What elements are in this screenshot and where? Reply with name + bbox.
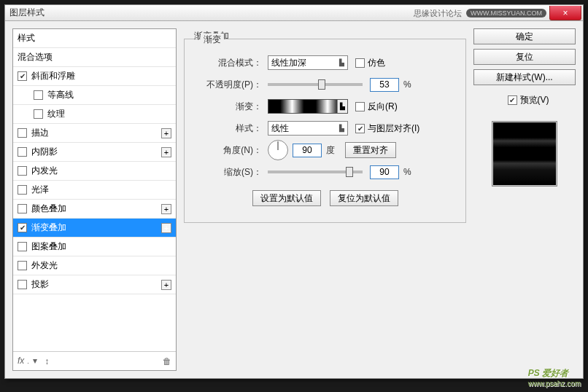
blending-options-label: 混合选项 (18, 51, 53, 63)
checkbox-preview[interactable] (508, 95, 517, 105)
preview-row: 预览(V) (473, 94, 576, 106)
titlebar: 图层样式 思缘设计论坛 WWW.MISSYUAN.COM × (5, 5, 583, 21)
style-row-innerglow[interactable]: 内发光 (13, 162, 176, 181)
close-button[interactable]: × (549, 6, 581, 20)
label-outerglow: 外发光 (31, 259, 58, 272)
label-innerglow: 内发光 (31, 165, 58, 177)
dialog-body: 样式 混合选项 斜面和浮雕 等高线 纹理 描边+ 内阴影+ 内发光 光泽 颜色叠… (5, 21, 583, 378)
checkbox-outerglow[interactable] (18, 261, 27, 270)
style-row-stroke[interactable]: 描边+ (13, 124, 176, 143)
label-dither: 仿色 (368, 57, 385, 69)
add-dropshadow-icon[interactable]: + (161, 280, 171, 290)
reset-align-button[interactable]: 重置对齐 (345, 142, 396, 158)
add-stroke-icon[interactable]: + (161, 128, 171, 138)
add-coloroverlay-icon[interactable]: + (161, 204, 171, 214)
label-texture: 纹理 (47, 108, 65, 120)
label-angle: 角度(N)： (196, 144, 262, 157)
checkbox-dropshadow[interactable] (18, 280, 27, 289)
select-blendmode-value: 线性加深 (271, 57, 306, 69)
input-scale[interactable]: 90 (370, 165, 399, 179)
reset-default-button[interactable]: 复位为默认值 (330, 190, 398, 206)
label-stroke: 描边 (31, 127, 49, 139)
input-angle[interactable]: 90 (293, 144, 322, 157)
checkbox-bevel[interactable] (18, 71, 27, 81)
label-satin: 光泽 (31, 184, 49, 196)
forum-label: 思缘设计论坛 (414, 8, 462, 19)
label-patternoverlay: 图案叠加 (31, 240, 66, 253)
checkbox-patternoverlay[interactable] (18, 242, 27, 251)
ok-button[interactable]: 确定 (473, 28, 576, 44)
select-style-value: 线性 (271, 122, 289, 135)
row-opacity: 不透明度(P)： 53 % (196, 74, 454, 95)
row-gradient: 渐变： ▙ 反向(R) (196, 95, 454, 117)
reorder-icon[interactable]: ↕ (45, 356, 49, 366)
angle-dial[interactable] (268, 140, 288, 160)
new-style-button[interactable]: 新建样式(W)... (473, 69, 576, 85)
input-opacity[interactable]: 53 (370, 78, 399, 92)
slider-opacity[interactable] (268, 83, 363, 86)
style-row-bevel[interactable]: 斜面和浮雕 (13, 67, 176, 86)
action-panel: 确定 复位 新建样式(W)... 预览(V) (473, 28, 576, 371)
row-blendmode: 混合模式： 线性加深▙ 仿色 (196, 52, 454, 74)
fieldset-legend: 渐变 (201, 34, 224, 46)
unit-opacity: % (403, 79, 411, 90)
form: 混合模式： 线性加深▙ 仿色 不透明度(P)： 53 % 渐变： ▙ (196, 52, 454, 206)
label-gradient: 渐变： (196, 101, 262, 113)
checkbox-align[interactable] (355, 124, 365, 133)
add-innershadow-icon[interactable]: + (161, 147, 171, 157)
set-default-button[interactable]: 设置为默认值 (252, 190, 321, 206)
label-opacity: 不透明度(P)： (196, 79, 262, 91)
style-row-texture[interactable]: 纹理 (13, 105, 176, 124)
checkbox-innershadow[interactable] (18, 147, 27, 157)
checkbox-satin[interactable] (18, 185, 27, 195)
checkbox-coloroverlay[interactable] (18, 204, 27, 213)
gradient-dropdown-icon[interactable]: ▙ (337, 100, 347, 113)
fx-icon[interactable]: fx﹒▾ (18, 355, 37, 367)
checkbox-texture[interactable] (34, 109, 43, 119)
style-row-satin[interactable]: 光泽 (13, 181, 176, 200)
style-row-innershadow[interactable]: 内阴影+ (13, 143, 176, 162)
label-innershadow: 内阴影 (31, 146, 58, 158)
style-row-gradientoverlay[interactable]: 渐变叠加+ (13, 219, 176, 238)
style-row-contour[interactable]: 等高线 (13, 86, 176, 105)
settings-panel: 渐变叠加 渐变 混合模式： 线性加深▙ 仿色 不透明度(P)： 53 % (184, 28, 466, 371)
row-angle: 角度(N)： 90 度 重置对齐 (196, 139, 454, 161)
trash-icon[interactable]: 🗑 (163, 356, 171, 366)
blending-options-row[interactable]: 混合选项 (13, 48, 176, 67)
angle-needle (278, 141, 279, 150)
styles-panel: 样式 混合选项 斜面和浮雕 等高线 纹理 描边+ 内阴影+ 内发光 光泽 颜色叠… (12, 28, 177, 371)
label-scale: 缩放(S)： (196, 166, 262, 179)
titlebar-right: 思缘设计论坛 WWW.MISSYUAN.COM × (414, 5, 583, 21)
default-buttons-row: 设置为默认值 复位为默认值 (196, 190, 454, 206)
styles-header[interactable]: 样式 (13, 29, 176, 48)
style-row-patternoverlay[interactable]: 图案叠加 (13, 238, 176, 256)
style-row-dropshadow[interactable]: 投影+ (13, 275, 176, 294)
watermark-text: PS 爱好者 (528, 368, 568, 378)
checkbox-dither[interactable] (355, 58, 365, 68)
watermark: PS 爱好者 www.psahz.com (528, 363, 581, 388)
slider-thumb-opacity[interactable] (318, 79, 325, 90)
add-gradientoverlay-icon[interactable]: + (161, 223, 171, 233)
watermark-url: www.psahz.com (528, 380, 581, 388)
label-coloroverlay: 颜色叠加 (31, 203, 66, 215)
checkbox-reverse[interactable] (355, 102, 365, 111)
checkbox-innerglow[interactable] (18, 166, 27, 176)
checkbox-gradientoverlay[interactable] (18, 223, 27, 232)
checkbox-contour[interactable] (34, 90, 43, 100)
style-row-outerglow[interactable]: 外发光 (13, 256, 176, 275)
cancel-button[interactable]: 复位 (473, 49, 576, 65)
chevron-down-icon: ▙ (339, 59, 344, 66)
style-row-coloroverlay[interactable]: 颜色叠加+ (13, 200, 176, 219)
styles-list: 样式 混合选项 斜面和浮雕 等高线 纹理 描边+ 内阴影+ 内发光 光泽 颜色叠… (13, 29, 176, 351)
slider-thumb-scale[interactable] (346, 167, 353, 177)
chevron-down-icon: ▙ (339, 125, 344, 132)
select-blendmode[interactable]: 线性加深▙ (268, 55, 348, 70)
layer-style-dialog: 图层样式 思缘设计论坛 WWW.MISSYUAN.COM × 样式 混合选项 斜… (4, 4, 584, 379)
select-style[interactable]: 线性▙ (268, 121, 348, 136)
slider-scale[interactable] (268, 170, 363, 173)
label-style: 样式： (196, 122, 262, 135)
gradient-swatch[interactable]: ▙ (268, 99, 348, 114)
checkbox-stroke[interactable] (18, 128, 27, 138)
gradient-fieldset: 渐变 混合模式： 线性加深▙ 仿色 不透明度(P)： 53 % (184, 39, 466, 223)
label-align: 与图层对齐(I) (368, 122, 419, 135)
